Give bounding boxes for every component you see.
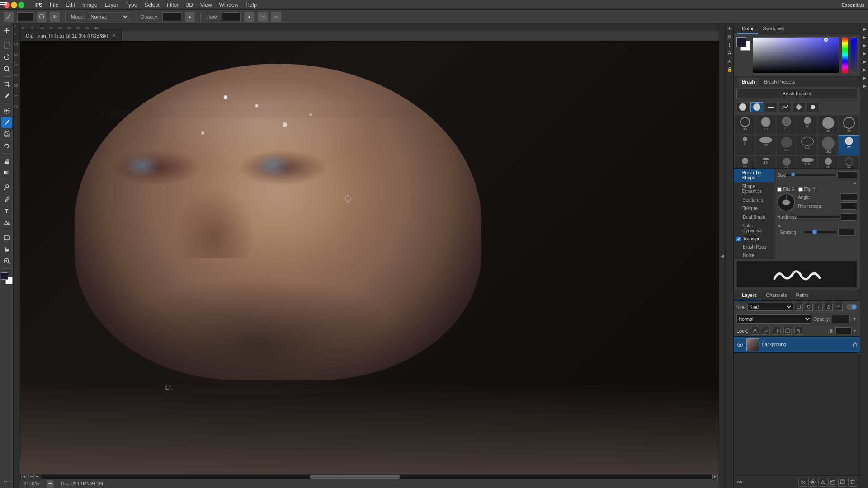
tab-brush-presets[interactable]: Brush Presets bbox=[760, 77, 800, 86]
kind-select[interactable]: Kind bbox=[747, 303, 793, 311]
panel-collapse-6[interactable]: ▶ bbox=[861, 66, 868, 73]
lock-move-btn[interactable] bbox=[773, 327, 781, 335]
brush-options-icon[interactable]: ⚙ bbox=[50, 12, 60, 22]
menu-view[interactable]: View bbox=[200, 2, 212, 8]
gradient-tool[interactable] bbox=[1, 167, 12, 178]
lasso-tool[interactable] bbox=[1, 52, 12, 63]
size-up-arrow[interactable]: ▲ bbox=[853, 180, 857, 185]
transfer-item[interactable]: Transfer bbox=[734, 235, 774, 243]
healing-tool[interactable] bbox=[1, 105, 12, 116]
tab-brush[interactable]: Brush bbox=[737, 77, 760, 86]
flow-input[interactable]: 100% bbox=[222, 12, 241, 21]
win-max-btn[interactable] bbox=[18, 2, 24, 8]
lock-artboard-btn[interactable] bbox=[783, 327, 792, 335]
menu-ps[interactable]: PS bbox=[35, 2, 42, 8]
document-tab[interactable]: Old_man_HR.jpg @ 11.3% (RGB/8#) ✕ bbox=[20, 30, 122, 41]
panel-collapse-5[interactable]: ▶ bbox=[861, 58, 868, 65]
brush-size-25-2[interactable]: 25 bbox=[839, 156, 859, 169]
panel-lock-icon[interactable]: 🔒 bbox=[726, 66, 733, 73]
brush-tip-1[interactable] bbox=[736, 102, 749, 112]
lock-all-btn[interactable] bbox=[794, 327, 802, 335]
angle-wheel[interactable] bbox=[777, 193, 795, 211]
smoothing-icon[interactable] bbox=[271, 12, 281, 22]
shape-tool[interactable] bbox=[1, 232, 12, 243]
menu-image[interactable]: Image bbox=[82, 2, 97, 8]
panel-collapse-2[interactable]: ▶ bbox=[861, 33, 868, 41]
edit-toolbar-btn[interactable]: ⋯ bbox=[1, 475, 12, 486]
tab-layers[interactable]: Layers bbox=[737, 291, 761, 300]
win-close-btn[interactable] bbox=[4, 2, 10, 8]
eraser-tool[interactable] bbox=[1, 155, 12, 166]
brush-size-30-2[interactable]: 30 bbox=[755, 115, 776, 135]
panel-settings-icon[interactable]: ⚙ bbox=[726, 33, 733, 40]
next-frame-btn[interactable]: ➡ bbox=[34, 474, 39, 479]
delete-layer-btn[interactable] bbox=[848, 478, 857, 487]
tab-swatches[interactable]: Swatches bbox=[758, 24, 789, 34]
smart-filter-btn[interactable] bbox=[835, 303, 843, 311]
new-layer-btn[interactable] bbox=[838, 478, 847, 487]
dual-brush-item[interactable]: Dual Brush bbox=[734, 213, 774, 221]
brush-tip-4[interactable] bbox=[778, 102, 791, 112]
color-dynamics-item[interactable]: Color Dynamics bbox=[734, 221, 774, 235]
roundness-input[interactable]: 100% bbox=[841, 202, 857, 210]
noise-item[interactable]: Noise bbox=[734, 251, 774, 259]
panel-collapse-4[interactable]: ▶ bbox=[861, 50, 868, 57]
color-swatch-area[interactable] bbox=[1, 272, 13, 284]
brush-size-40-2[interactable]: 40 bbox=[839, 115, 859, 135]
brush-size-183[interactable]: 183 bbox=[818, 135, 838, 155]
fg-bg-color-swatch[interactable] bbox=[736, 37, 750, 51]
panel-collapse-3[interactable]: ▶ bbox=[861, 42, 868, 49]
opacity-input[interactable]: 100% bbox=[162, 12, 181, 21]
menu-filter[interactable]: Filter bbox=[167, 2, 179, 8]
fg-color-swatch[interactable] bbox=[736, 37, 746, 47]
move-tool[interactable] bbox=[1, 25, 12, 36]
spacing-value[interactable]: 25% bbox=[838, 229, 854, 236]
zoom-indicator[interactable] bbox=[47, 480, 54, 488]
history-brush-tool[interactable] bbox=[1, 141, 12, 151]
panel-type-icon[interactable]: A bbox=[726, 49, 733, 56]
lock-pixel-btn[interactable] bbox=[762, 327, 770, 335]
panel-collapse-7[interactable]: ▶ bbox=[861, 74, 868, 81]
menu-help[interactable]: Help bbox=[245, 2, 257, 8]
hue-slider[interactable] bbox=[842, 37, 848, 73]
lock-position-btn[interactable] bbox=[751, 327, 759, 335]
panel-eye-icon[interactable]: 👁 bbox=[726, 25, 733, 32]
fill-dropdown-arrow[interactable]: ▼ bbox=[853, 328, 857, 333]
clone-tool[interactable] bbox=[1, 129, 12, 140]
panel-collapse-8[interactable]: ▶ bbox=[861, 82, 868, 89]
path-select-tool[interactable] bbox=[1, 217, 12, 228]
scattering-item[interactable]: Scattering bbox=[734, 196, 774, 204]
spacing-slider[interactable] bbox=[804, 231, 836, 233]
zoom-tool[interactable] bbox=[1, 256, 12, 267]
menu-layer[interactable]: Layer bbox=[104, 2, 118, 8]
filter-toggle[interactable] bbox=[846, 304, 857, 310]
scroll-thumb[interactable] bbox=[310, 475, 400, 479]
collapse-panel-btn[interactable]: ◀ bbox=[719, 23, 725, 488]
win-min-btn[interactable] bbox=[11, 2, 17, 8]
prev-frame-btn[interactable]: ⬅ bbox=[28, 474, 34, 479]
quick-select-tool[interactable] bbox=[1, 64, 12, 75]
tab-color[interactable]: Color bbox=[737, 24, 758, 34]
size-value[interactable]: 10 px bbox=[837, 171, 857, 178]
opacity-dynamics-icon[interactable]: ▲ bbox=[185, 12, 195, 22]
blend-mode-select[interactable]: Normal bbox=[736, 314, 811, 324]
brush-size-30-1[interactable]: 30 bbox=[735, 115, 755, 135]
menu-file[interactable]: File bbox=[50, 2, 58, 8]
link-layers-btn[interactable] bbox=[736, 479, 743, 485]
spacing-up-arrow[interactable]: ▲ bbox=[777, 223, 782, 228]
tab-close-btn[interactable]: ✕ bbox=[112, 33, 116, 38]
alpha-slider[interactable] bbox=[851, 37, 857, 73]
panel-info-icon[interactable]: ℹ bbox=[726, 41, 733, 48]
brush-tool[interactable] bbox=[1, 117, 12, 128]
brush-tool-icon[interactable] bbox=[4, 12, 14, 22]
crop-tool[interactable] bbox=[1, 79, 12, 89]
menu-select[interactable]: Select bbox=[144, 2, 159, 8]
layer-visibility-btn[interactable] bbox=[736, 341, 744, 348]
marquee-tool[interactable] bbox=[1, 40, 12, 51]
brush-tip-3[interactable] bbox=[764, 102, 777, 112]
brush-size-30-3[interactable]: 30 bbox=[776, 115, 797, 135]
flip-y-control[interactable]: Flip Y bbox=[798, 187, 816, 192]
brush-size-13[interactable]: 13 bbox=[735, 156, 755, 169]
layer-style-btn[interactable]: fx bbox=[798, 478, 807, 487]
layer-group-btn[interactable] bbox=[828, 478, 837, 487]
